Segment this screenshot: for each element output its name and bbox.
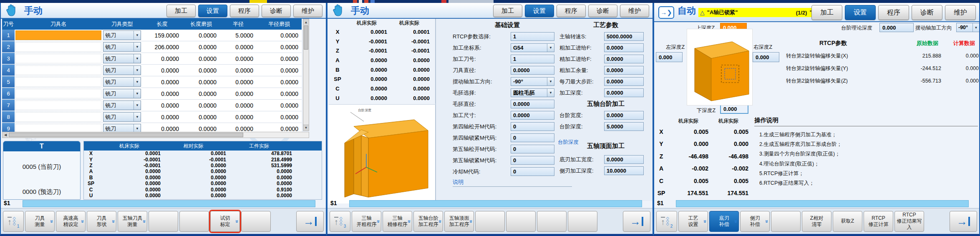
- alarm-banner[interactable]: △ "A轴已锁紧" (1/2) "C轴已: [698, 8, 829, 17]
- scrollbar-thumb[interactable]: [304, 25, 308, 50]
- field-input[interactable]: 1 ▼: [511, 55, 554, 63]
- softkey-button[interactable]: 刀具 测量 »: [25, 211, 55, 232]
- chevron-down-icon[interactable]: ▼: [547, 44, 554, 52]
- softkey-button[interactable]: 五轴顶面 加工程序 »: [444, 211, 474, 232]
- field-input[interactable]: 5.0000▼: [604, 122, 644, 131]
- help-link[interactable]: 说明: [453, 178, 464, 186]
- softkey-button[interactable]: »: [506, 211, 536, 232]
- field-input[interactable]: 0.0000▼: [604, 88, 644, 97]
- field-input[interactable]: 0 ▼: [511, 156, 554, 165]
- tool-name-cell[interactable]: [15, 65, 101, 75]
- scrollbar-thumb[interactable]: [9, 133, 243, 137]
- field-input[interactable]: 0.0000▼: [604, 55, 644, 63]
- top-tab[interactable]: 设置: [525, 5, 554, 17]
- field-input[interactable]: 0 ▼: [511, 167, 554, 176]
- chevron-down-icon[interactable]: ▼: [134, 54, 141, 63]
- length-cell[interactable]: 0.0000: [142, 55, 182, 62]
- top-tab[interactable]: 程序: [230, 5, 259, 17]
- chevron-down-icon[interactable]: ▼: [134, 43, 141, 51]
- softkey-button[interactable]: »: [475, 211, 505, 232]
- field-input[interactable]: 0 ▼: [511, 122, 554, 131]
- softkey-button[interactable]: 获取Z »: [833, 211, 862, 232]
- field-input[interactable]: 0.0000▼: [604, 155, 644, 164]
- field-input[interactable]: 0.0000▼: [604, 66, 644, 75]
- top-tab[interactable]: 维护: [620, 5, 649, 17]
- swing-direction-dropdown[interactable]: -90° ▼: [956, 23, 980, 32]
- tool-name-cell[interactable]: [15, 100, 101, 110]
- radius-cell[interactable]: 0.0000: [220, 67, 257, 74]
- length-wear-cell[interactable]: 0.0000: [182, 90, 220, 97]
- scroll-up-icon[interactable]: ▲: [303, 19, 309, 25]
- length-wear-cell[interactable]: 0.0000: [182, 102, 220, 109]
- length-cell[interactable]: 0.0000: [142, 79, 182, 85]
- radius-wear-cell[interactable]: 0.0000: [257, 55, 302, 62]
- radius-wear-cell[interactable]: 0.0000: [257, 114, 302, 121]
- field-input[interactable]: 1 ▼: [511, 32, 554, 41]
- tool-type-dropdown[interactable]: 铣刀 ▼: [103, 54, 141, 63]
- chevron-down-icon[interactable]: ▼: [972, 23, 979, 32]
- top-tab[interactable]: 设置: [845, 5, 876, 20]
- tool-name-cell[interactable]: [15, 30, 101, 40]
- field-input[interactable]: 0.0000 ▼: [511, 100, 554, 108]
- length-wear-cell[interactable]: 0.0000: [182, 126, 220, 132]
- length-wear-cell[interactable]: 0.0000: [182, 79, 220, 85]
- tool-type-dropdown[interactable]: 铣刀 ▼: [103, 42, 141, 52]
- vertical-scrollbar[interactable]: ▲: [303, 19, 309, 131]
- field-input[interactable]: 0.0000▼: [604, 43, 644, 52]
- softkey-page-button[interactable]: ↑ ◇ ◇ ◇ 3: [330, 211, 350, 232]
- radius-cell[interactable]: 5.0000: [220, 32, 257, 39]
- radius-wear-cell[interactable]: 0.0000: [257, 79, 302, 85]
- tool-type-dropdown[interactable]: 铣刀 ▼: [103, 112, 141, 122]
- softkey-button[interactable]: 试切 标定 »: [210, 211, 240, 232]
- length-cell[interactable]: 0.0000: [142, 102, 182, 109]
- top-tab[interactable]: 加工: [166, 5, 196, 17]
- length-cell[interactable]: 0.0000: [142, 114, 182, 121]
- top-tab[interactable]: 诊断: [912, 5, 942, 20]
- length-wear-cell[interactable]: 0.0000: [182, 44, 220, 50]
- chevron-down-icon[interactable]: ▼: [134, 89, 141, 98]
- radius-cell[interactable]: 0.0000: [220, 102, 257, 109]
- chevron-down-icon[interactable]: ▼: [134, 113, 141, 121]
- top-tab[interactable]: 维护: [293, 5, 322, 17]
- field-input[interactable]: 0.0000▼: [604, 111, 644, 120]
- softkey-button[interactable]: RTCP 修正计算 »: [864, 211, 893, 232]
- top-tab[interactable]: 加工: [811, 5, 842, 20]
- softkey-button[interactable]: 五轴刀具 测量 »: [118, 211, 147, 232]
- length-wear-cell[interactable]: 0.0000: [182, 32, 220, 39]
- left-depth-input[interactable]: 0.000: [656, 52, 683, 62]
- length-cell[interactable]: 159.0000: [142, 32, 182, 39]
- top-tab[interactable]: 维护: [945, 5, 976, 20]
- radius-wear-cell[interactable]: 0.0000: [257, 126, 302, 132]
- next-menu-button[interactable]: →: [950, 211, 977, 232]
- field-input[interactable]: 0.0000 ▼: [511, 111, 554, 120]
- softkey-button[interactable]: »: [149, 211, 178, 232]
- softkey-page-button[interactable]: ↑ ◇ ◇ ◇ 2: [656, 211, 677, 232]
- tool-type-dropdown[interactable]: 铣刀 ▼: [103, 77, 141, 87]
- tool-type-dropdown[interactable]: 铣刀 ▼: [103, 65, 141, 75]
- length-wear-cell[interactable]: 0.0000: [182, 114, 220, 121]
- right-depth-input[interactable]: 0.000: [753, 52, 779, 62]
- softkey-button[interactable]: Z相对 清零 »: [802, 211, 831, 232]
- scroll-down-icon[interactable]: ▼: [303, 125, 309, 131]
- next-menu-button[interactable]: →: [296, 211, 324, 232]
- softkey-button[interactable]: 刀具 形状 »: [87, 211, 116, 232]
- softkey-button[interactable]: »: [241, 211, 271, 232]
- tool-name-cell[interactable]: [15, 42, 101, 52]
- softkey-button[interactable]: 侧刃 补偿 »: [740, 211, 770, 232]
- field-input[interactable]: 0.0000 ▼: [511, 66, 554, 75]
- radius-cell[interactable]: 0.0000: [220, 55, 257, 62]
- length-wear-cell[interactable]: 0.0000: [182, 67, 220, 74]
- length-cell[interactable]: 0.0000: [142, 126, 182, 132]
- radius-wear-cell[interactable]: 0.0000: [257, 102, 302, 109]
- softkey-button[interactable]: »: [771, 211, 801, 232]
- tool-name-cell[interactable]: [15, 112, 101, 122]
- top-tab[interactable]: 加工: [493, 5, 522, 17]
- softkey-button[interactable]: 五轴台阶 加工程序 »: [413, 211, 443, 232]
- top-tab[interactable]: 程序: [878, 5, 909, 20]
- length-cell[interactable]: 0.0000: [142, 90, 182, 97]
- length-cell[interactable]: 206.0000: [142, 44, 182, 50]
- softkey-button[interactable]: »: [568, 211, 597, 232]
- chevron-down-icon[interactable]: ▼: [134, 31, 141, 40]
- tool-type-dropdown[interactable]: 铣刀 ▼: [103, 89, 141, 98]
- field-input[interactable]: 0 ▼: [511, 133, 554, 142]
